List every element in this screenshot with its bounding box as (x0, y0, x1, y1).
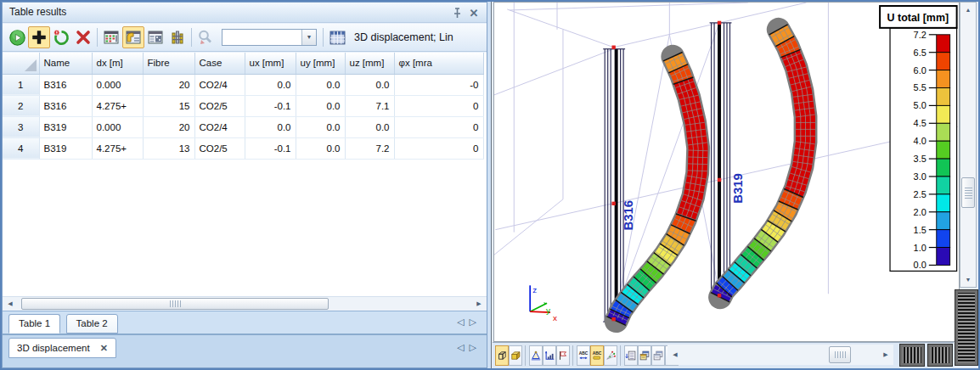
cell-uz[interactable]: 7.1 (345, 95, 394, 116)
col-header-name[interactable]: Name (39, 53, 92, 74)
table-row[interactable]: 2 B316 4.275+ 15 CO2/5 -0.1 0.0 7.1 0 (3, 95, 483, 116)
scroll-up-icon[interactable]: ▲ (961, 3, 975, 16)
viewport-vertical-scrollbar[interactable]: ▲ ▼ (960, 2, 977, 288)
col-header-uy[interactable]: uy [mm] (296, 53, 345, 74)
row-number[interactable]: 3 (3, 116, 39, 137)
cell-name[interactable]: B319 (39, 116, 92, 137)
search-button[interactable] (194, 26, 217, 48)
cell-name[interactable]: B316 (39, 95, 92, 116)
group-columns-button[interactable] (166, 26, 189, 48)
cell-dx[interactable]: 0.000 (92, 74, 143, 95)
show-descriptions-button[interactable]: ABC (577, 345, 590, 366)
tab-nav-arrows[interactable]: ◁▷ (457, 317, 482, 328)
run-refresh-button[interactable] (6, 26, 28, 48)
cell-fibre[interactable]: 20 (143, 74, 194, 95)
cell-phix[interactable]: -0 (394, 74, 483, 95)
cell-uy[interactable]: 0.0 (296, 95, 345, 116)
filter-combobox[interactable]: ▼ (222, 29, 317, 46)
render-solid-button[interactable] (509, 345, 522, 366)
cell-fibre[interactable]: 15 (143, 95, 194, 116)
col-header-fibre[interactable]: Fibre (143, 53, 194, 74)
nav-left-icon[interactable]: ◁ (457, 317, 469, 327)
show-loads-button[interactable] (543, 345, 556, 366)
cell-fibre[interactable]: 13 (143, 137, 194, 159)
table-style-button[interactable] (144, 26, 166, 48)
table-horizontal-scrollbar[interactable]: ◀ ▶ (3, 296, 487, 311)
results-on-mesh-button[interactable] (604, 345, 617, 366)
cell-dx[interactable]: 0.000 (92, 116, 143, 137)
table-composer-button[interactable] (100, 26, 122, 48)
scroll-right-icon[interactable]: ▶ (472, 298, 486, 310)
tab-close-icon[interactable]: ✕ (100, 343, 108, 353)
col-header-case[interactable]: Case (194, 53, 245, 74)
cell-name[interactable]: B319 (39, 137, 92, 159)
cell-uy[interactable]: 0.0 (296, 116, 345, 137)
cell-case[interactable]: CO2/5 (194, 137, 245, 159)
select-all-corner[interactable] (3, 53, 39, 74)
doc-nav-arrows[interactable]: ◁▷ (457, 342, 482, 353)
scrollbar-thumb[interactable] (829, 346, 851, 363)
minimized-window-handle[interactable] (899, 344, 925, 367)
row-number[interactable]: 1 (3, 74, 39, 95)
header-row[interactable]: Name dx [m] Fibre Case ux [mm] uy [mm] u… (3, 53, 483, 74)
cell-case[interactable]: CO2/4 (194, 74, 245, 95)
show-model-data-button[interactable] (556, 345, 570, 366)
table-window-2-button[interactable] (651, 345, 665, 366)
row-number[interactable]: 2 (3, 95, 39, 116)
nav-right-icon[interactable]: ▷ (470, 317, 482, 327)
cell-ux[interactable]: -0.1 (245, 137, 296, 159)
cell-ux[interactable]: 0.0 (245, 74, 296, 95)
cell-ux[interactable]: 0.0 (245, 116, 296, 137)
cell-uy[interactable]: 0.0 (296, 137, 345, 159)
tab-3d-displacement[interactable]: 3D displacement ✕ (8, 338, 116, 358)
row-number[interactable]: 4 (3, 137, 39, 159)
tab-table-2[interactable]: Table 2 (66, 314, 118, 334)
close-icon[interactable]: ✕ (466, 5, 482, 20)
scrollbar-thumb[interactable] (21, 298, 329, 310)
pin-icon[interactable] (449, 5, 465, 20)
active-table-button[interactable] (326, 26, 348, 48)
scroll-right-icon[interactable]: ▶ (879, 349, 893, 361)
col-header-dx[interactable]: dx [m] (92, 53, 143, 74)
table-row[interactable]: 1 B316 0.000 20 CO2/4 0.0 0.0 0.0 -0 (3, 74, 483, 95)
show-supports-button[interactable] (529, 345, 543, 366)
preview-report-button[interactable] (624, 345, 638, 366)
col-header-uz[interactable]: uz [mm] (345, 53, 394, 74)
scroll-left-icon[interactable]: ◀ (3, 298, 17, 310)
cell-phix[interactable]: 0 (394, 95, 483, 116)
3d-viewport[interactable]: B316 B319 z y x 7.26.56.05.55.04.54.03.5… (493, 2, 960, 342)
cell-uy[interactable]: 0.0 (296, 74, 345, 95)
col-header-ux[interactable]: ux [mm] (245, 53, 296, 74)
cell-fibre[interactable]: 20 (143, 116, 194, 137)
cell-dx[interactable]: 4.275+ (92, 137, 143, 159)
panel-titlebar[interactable]: Table results ✕ (3, 3, 487, 23)
tab-table-1[interactable]: Table 1 (8, 314, 60, 334)
beam-label-b319[interactable]: B319 (730, 173, 745, 204)
cell-ux[interactable]: -0.1 (245, 95, 296, 116)
cell-phix[interactable]: 0 (394, 137, 483, 159)
cell-dx[interactable]: 4.275+ (92, 95, 143, 116)
table-layout-button[interactable] (122, 26, 144, 48)
beam-label-b316[interactable]: B316 (621, 200, 635, 231)
scrollbar-thumb[interactable] (961, 177, 975, 208)
nav-left-icon[interactable]: ◁ (457, 342, 469, 352)
minimized-window-handle[interactable] (927, 344, 953, 367)
vertical-splitter-handle[interactable] (955, 289, 978, 366)
scroll-down-icon[interactable]: ▼ (961, 273, 975, 286)
refresh-button[interactable] (50, 26, 72, 48)
show-labels-button[interactable]: ABC (590, 345, 604, 366)
cell-uz[interactable]: 7.2 (345, 137, 394, 159)
cell-case[interactable]: CO2/5 (194, 95, 245, 116)
add-table-button[interactable] (28, 26, 50, 48)
table-window-button[interactable] (638, 345, 651, 366)
viewport-horizontal-scrollbar[interactable]: ◀ ▶ (667, 345, 893, 365)
cell-phix[interactable]: 0 (394, 116, 483, 137)
cell-uz[interactable]: 0.0 (345, 116, 394, 137)
chevron-down-icon[interactable]: ▼ (301, 30, 316, 45)
cell-case[interactable]: CO2/4 (194, 116, 245, 137)
table-row[interactable]: 3 B319 0.000 20 CO2/4 0.0 0.0 0.0 0 (3, 116, 483, 137)
delete-button[interactable] (72, 26, 94, 48)
cell-name[interactable]: B316 (39, 74, 92, 95)
nav-right-icon[interactable]: ▷ (470, 342, 482, 352)
col-header-phix[interactable]: φx [mra (394, 53, 483, 74)
